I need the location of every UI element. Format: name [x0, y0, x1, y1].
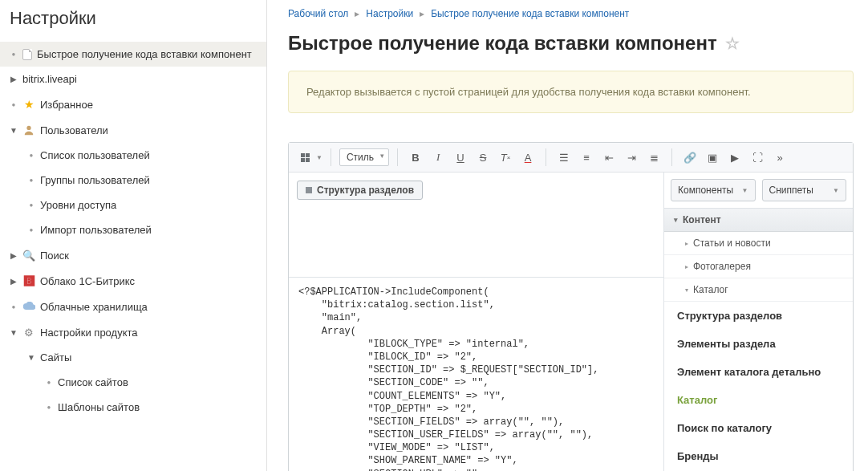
component-chip[interactable]: Структура разделов	[297, 181, 423, 200]
bullet-icon: ●	[27, 201, 35, 209]
fullscreen-button[interactable]: ⛶	[748, 148, 767, 167]
sidebar-item[interactable]: ▶bitrix.liveapi	[0, 67, 266, 91]
page-title: Быстрое получение кода вставки компонент…	[288, 26, 854, 71]
page-icon	[22, 49, 32, 60]
bullet-icon: ●	[45, 379, 53, 386]
ordered-list-button[interactable]: ☰	[554, 148, 574, 167]
sidebar-item-label: Шаблоны сайтов	[58, 401, 140, 413]
sidebar-item-label: Уровни доступа	[40, 199, 116, 211]
sidebar-item-label: Быстрое получение кода вставки компонент	[37, 48, 252, 60]
video-button[interactable]: ▶	[725, 148, 744, 167]
code-view[interactable]: <?$APPLICATION->IncludeComponent( "bitri…	[289, 277, 663, 471]
sidebar-item[interactable]: ▼⚙Настройки продукта	[0, 319, 266, 345]
sidebar-item-label: Группы пользователей	[40, 174, 150, 186]
expand-icon: ▼	[10, 126, 18, 135]
breadcrumb-link[interactable]: Настройки	[366, 8, 413, 19]
sidebar-title: Настройки	[0, 0, 266, 42]
expand-icon: ▶	[10, 277, 18, 286]
panel-item[interactable]: Каталог	[664, 386, 853, 414]
component-chip-label: Структура разделов	[317, 185, 414, 196]
sidebar-item-label: bitrix.liveapi	[22, 73, 77, 85]
bullet-icon: ●	[27, 152, 35, 159]
sidebar-item[interactable]: ▶🔍Поиск	[0, 242, 266, 268]
font-color-button[interactable]: A	[518, 148, 537, 167]
expand-icon: ▼	[10, 328, 18, 337]
user-icon	[22, 124, 35, 136]
underline-button[interactable]: U	[451, 148, 470, 167]
sidebar-item[interactable]: ●Быстрое получение кода вставки компонен…	[0, 42, 266, 67]
sidebar-item-label: Список пользователей	[40, 149, 150, 161]
indent-button[interactable]: ⇥	[622, 148, 641, 167]
panel-item[interactable]: Поиск по каталогу	[664, 414, 853, 442]
more-button[interactable]: »	[770, 148, 789, 167]
panel-item[interactable]: Элементы раздела	[664, 330, 853, 358]
star-icon: ★	[22, 98, 35, 111]
editor-toolbar: ▼ Стиль B I U S T× A ☰ ≡ ⇤	[289, 143, 853, 173]
sidebar-item[interactable]: ●★Избранное	[0, 91, 266, 117]
sidebar-item-label: Пользователи	[40, 124, 108, 136]
expand-icon: ▶	[10, 251, 18, 260]
sidebar-item[interactable]: ▼Сайты	[0, 345, 266, 370]
bullet-icon: ●	[45, 404, 53, 411]
sidebar-item[interactable]: ▼Пользователи	[0, 117, 266, 143]
canvas-visual-area[interactable]: Структура разделов	[289, 173, 663, 277]
sidebar-item-label: Поиск	[40, 250, 69, 262]
editor: ▼ Стиль B I U S T× A ☰ ≡ ⇤	[288, 142, 854, 471]
info-notice: Редактор вызывается с пустой страницей д…	[288, 71, 854, 113]
page-title-text: Быстрое получение кода вставки компонент	[288, 32, 717, 55]
sidebar-item[interactable]: ●Шаблоны сайтов	[0, 395, 266, 420]
editor-canvas: Структура разделов <?$APPLICATION->Inclu…	[289, 173, 664, 471]
layout-menu[interactable]: ▼	[295, 148, 322, 167]
sidebar-item[interactable]: ●Импорт пользователей	[0, 217, 266, 242]
panel-item[interactable]: Бренды	[664, 442, 853, 470]
bullet-icon: ●	[27, 177, 35, 184]
bullet-icon: ●	[10, 101, 18, 108]
main: Рабочий стол▸Настройки▸Быстрое получение…	[267, 0, 868, 471]
nav-tree: ●Быстрое получение кода вставки компонен…	[0, 42, 266, 420]
bullet-icon: ●	[10, 51, 18, 58]
strike-button[interactable]: S	[473, 148, 493, 167]
components-panel: Компоненты▼ Сниппеты▼ ▾Контент ▸Статьи и…	[664, 173, 853, 471]
panel-sub-articles[interactable]: ▸Статьи и новости	[664, 232, 853, 255]
expand-icon: ▼	[27, 353, 35, 362]
search-icon: 🔍	[22, 249, 35, 262]
breadcrumb: Рабочий стол▸Настройки▸Быстрое получение…	[288, 0, 854, 26]
sidebar: Настройки ●Быстрое получение кода вставк…	[0, 0, 267, 471]
tab-components[interactable]: Компоненты▼	[671, 179, 756, 201]
bullet-icon: ●	[10, 303, 18, 311]
outdent-button[interactable]: ⇤	[599, 148, 619, 167]
bitrix-icon: 🅱	[22, 274, 35, 287]
bullet-icon: ●	[27, 226, 35, 233]
expand-icon: ▶	[10, 75, 18, 83]
svg-point-0	[26, 126, 30, 130]
sidebar-item-label: Облачные хранилища	[40, 301, 148, 313]
bold-button[interactable]: B	[406, 148, 425, 167]
link-button[interactable]: 🔗	[680, 148, 700, 167]
cloud-icon	[22, 300, 35, 313]
sidebar-item[interactable]: ●Список сайтов	[0, 370, 266, 395]
panel-section-content[interactable]: ▾Контент	[664, 209, 853, 232]
sidebar-item-label: Список сайтов	[58, 376, 128, 388]
image-button[interactable]: ▣	[703, 148, 722, 167]
sidebar-item[interactable]: ●Уровни доступа	[0, 193, 266, 217]
clear-format-button[interactable]: T×	[496, 148, 515, 167]
align-button[interactable]: ≣	[644, 148, 663, 167]
sidebar-item[interactable]: ▶🅱Облако 1С-Битрикс	[0, 268, 266, 294]
sidebar-item[interactable]: ●Список пользователей	[0, 143, 266, 168]
tab-snippets[interactable]: Сниппеты▼	[762, 179, 847, 201]
sidebar-item[interactable]: ●Облачные хранилища	[0, 294, 266, 319]
panel-item[interactable]: Элемент каталога детально	[664, 358, 853, 386]
panel-sub-catalog[interactable]: ▾Каталог	[664, 278, 853, 302]
breadcrumb-link[interactable]: Рабочий стол	[288, 8, 348, 19]
component-chip-icon	[306, 187, 312, 193]
italic-button[interactable]: I	[428, 148, 448, 167]
unordered-list-button[interactable]: ≡	[577, 148, 596, 167]
favorite-star-icon[interactable]: ☆	[725, 34, 740, 53]
breadcrumb-link[interactable]: Быстрое получение кода вставки компонент	[431, 8, 629, 19]
panel-sub-gallery[interactable]: ▸Фотогалерея	[664, 255, 853, 278]
gear-icon: ⚙	[22, 326, 35, 339]
panel-item[interactable]: Структура разделов	[664, 302, 853, 330]
sidebar-item[interactable]: ●Группы пользователей	[0, 168, 266, 193]
sidebar-item-label: Настройки продукта	[40, 327, 138, 339]
style-select[interactable]: Стиль	[339, 148, 389, 166]
